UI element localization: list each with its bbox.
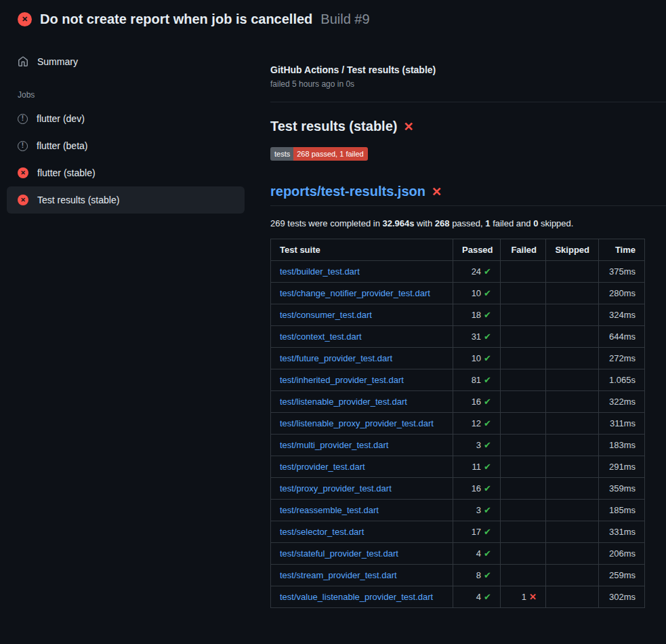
- time-cell: 359ms: [599, 478, 645, 500]
- time-cell: 280ms: [599, 283, 645, 304]
- count-value: 10: [472, 353, 481, 363]
- test-suite-link[interactable]: test/consumer_test.dart: [280, 310, 372, 320]
- table-row: test/listenable_provider_test.dart16✔322…: [271, 391, 645, 413]
- skipped-cell: [546, 456, 599, 478]
- test-suite-link[interactable]: test/context_test.dart: [280, 331, 362, 342]
- time-cell: 1.065s: [599, 369, 645, 391]
- skipped-cell: [546, 348, 599, 369]
- test-suite-link[interactable]: test/selector_test.dart: [280, 527, 364, 537]
- failed-cell: [501, 391, 546, 413]
- count-value: 17: [472, 527, 481, 537]
- check-icon: ✔: [484, 310, 491, 320]
- table-row: test/listenable_proxy_provider_test.dart…: [271, 413, 645, 435]
- sidebar-item-summary[interactable]: Summary: [7, 48, 245, 75]
- failed-cell: [501, 348, 546, 369]
- sidebar-item-flutter-dev[interactable]: !flutter (dev): [7, 105, 245, 132]
- count-value: 1: [522, 592, 526, 602]
- table-row: test/context_test.dart31✔644ms: [271, 326, 645, 348]
- count-value: 16: [472, 397, 481, 407]
- test-suite-link[interactable]: test/future_provider_test.dart: [280, 353, 392, 363]
- table-row: test/value_listenable_provider_test.dart…: [271, 586, 645, 608]
- failed-cell: [501, 543, 546, 565]
- test-suite-cell: test/inherited_provider_test.dart: [271, 369, 453, 391]
- skipped-cell: [546, 586, 599, 608]
- time-cell: 183ms: [599, 435, 645, 456]
- skipped-cell: [546, 521, 599, 543]
- check-icon: ✔: [484, 288, 491, 298]
- time-cell: 375ms: [599, 261, 645, 283]
- run-header: ✕ Do not create report when job is cance…: [0, 0, 666, 36]
- test-suite-cell: test/change_notifier_provider_test.dart: [271, 283, 453, 304]
- main-panel: GitHub Actions / Test results (stable) f…: [251, 36, 666, 608]
- build-number: Build #9: [320, 12, 369, 27]
- skipped-cell: [546, 283, 599, 304]
- test-suite-link[interactable]: test/provider_test.dart: [280, 462, 365, 472]
- check-icon: ✔: [484, 266, 491, 277]
- table-row: test/reassemble_test.dart3✔185ms: [271, 500, 645, 521]
- sidebar-item-test-results-stable[interactable]: ✕Test results (stable): [7, 186, 245, 214]
- test-suite-cell: test/context_test.dart: [271, 326, 453, 348]
- sidebar: Summary Jobs !flutter (dev)!flutter (bet…: [0, 36, 251, 214]
- table-header-row: Test suite Passed Failed Skipped Time: [271, 239, 645, 261]
- test-suite-link[interactable]: test/inherited_provider_test.dart: [280, 375, 404, 385]
- failed-cell: [501, 304, 546, 326]
- summary-text: skipped.: [538, 218, 573, 228]
- count-value: 3: [476, 505, 481, 515]
- check-icon: ✔: [484, 440, 491, 450]
- failed-cell: 1✕: [501, 586, 546, 608]
- test-suite-link[interactable]: test/builder_test.dart: [280, 266, 360, 277]
- column-header-passed: Passed: [453, 239, 501, 261]
- time-cell: 311ms: [599, 413, 645, 435]
- time-cell: 331ms: [599, 521, 645, 543]
- test-suite-link[interactable]: test/proxy_provider_test.dart: [280, 483, 392, 494]
- time-cell: 302ms: [599, 586, 645, 608]
- sidebar-item-label: Test results (stable): [37, 193, 119, 207]
- sidebar-item-label: flutter (dev): [37, 112, 85, 125]
- time-cell: 291ms: [599, 456, 645, 478]
- skipped-cell: [546, 326, 599, 348]
- count-value: 18: [472, 310, 481, 320]
- test-suite-cell: test/value_listenable_provider_test.dart: [271, 586, 453, 608]
- report-file-heading: reports/test-results.json ✕: [270, 184, 666, 206]
- sidebar-item-flutter-stable[interactable]: ✕flutter (stable): [7, 159, 245, 186]
- report-file-link[interactable]: reports/test-results.json: [270, 184, 425, 199]
- skipped-cell: [546, 261, 599, 283]
- passed-cell: 24✔: [453, 261, 501, 283]
- table-row: test/future_provider_test.dart10✔272ms: [271, 348, 645, 369]
- test-suite-link[interactable]: test/reassemble_test.dart: [280, 505, 379, 515]
- sidebar-item-flutter-beta[interactable]: !flutter (beta): [7, 132, 245, 159]
- test-suite-link[interactable]: test/value_listenable_provider_test.dart: [280, 592, 433, 602]
- results-table: Test suite Passed Failed Skipped Time te…: [270, 239, 645, 608]
- x-icon: ✕: [529, 592, 537, 602]
- check-icon: ✔: [484, 375, 491, 385]
- run-title: Do not create report when job is cancell…: [40, 12, 312, 27]
- test-suite-link[interactable]: test/stateful_provider_test.dart: [280, 548, 398, 559]
- time-cell: 259ms: [599, 565, 645, 586]
- check-icon: ✔: [484, 397, 491, 407]
- table-row: test/provider_test.dart11✔291ms: [271, 456, 645, 478]
- test-suite-cell: test/multi_provider_test.dart: [271, 435, 453, 456]
- table-row: test/inherited_provider_test.dart81✔1.06…: [271, 369, 645, 391]
- test-suite-link[interactable]: test/listenable_proxy_provider_test.dart: [280, 418, 434, 428]
- time-cell: 272ms: [599, 348, 645, 369]
- table-row: test/change_notifier_provider_test.dart1…: [271, 283, 645, 304]
- test-suite-cell: test/stateful_provider_test.dart: [271, 543, 453, 565]
- test-suite-link[interactable]: test/multi_provider_test.dart: [280, 440, 388, 450]
- test-suite-link[interactable]: test/listenable_provider_test.dart: [280, 397, 407, 407]
- check-icon: ✔: [484, 353, 491, 363]
- failed-cell: [501, 456, 546, 478]
- test-suite-cell: test/stream_provider_test.dart: [271, 565, 453, 586]
- passed-cell: 3✔: [453, 435, 501, 456]
- badge-value: 268 passed, 1 failed: [293, 147, 367, 161]
- count-value: 4: [476, 548, 481, 559]
- time-cell: 185ms: [599, 500, 645, 521]
- alert-circle-icon: !: [18, 141, 28, 151]
- test-suite-link[interactable]: test/change_notifier_provider_test.dart: [280, 288, 430, 298]
- test-suite-cell: test/selector_test.dart: [271, 521, 453, 543]
- badge-label: tests: [270, 147, 293, 161]
- failed-cell: [501, 565, 546, 586]
- table-row: test/proxy_provider_test.dart16✔359ms: [271, 478, 645, 500]
- failed-cell: [501, 478, 546, 500]
- time-cell: 644ms: [599, 326, 645, 348]
- test-suite-link[interactable]: test/stream_provider_test.dart: [280, 570, 397, 580]
